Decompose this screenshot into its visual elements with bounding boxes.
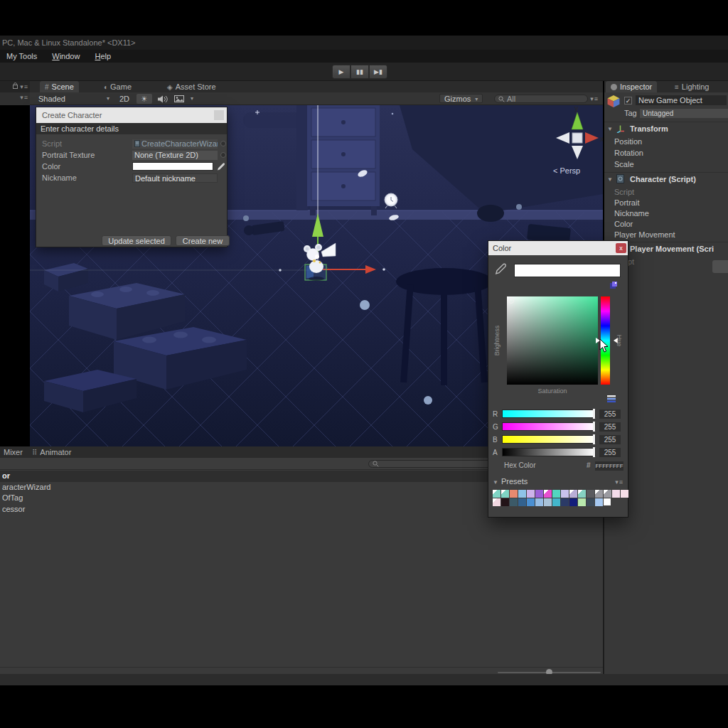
character-player-movement-row[interactable]: Player Movement [614, 230, 675, 239]
character-script-title[interactable]: Character (Script) [630, 175, 696, 183]
foldout-icon[interactable]: ▼ [493, 479, 498, 486]
character-portrait-row[interactable]: Portrait [614, 198, 639, 207]
color-cycle-icon[interactable] [609, 281, 618, 289]
foldout-icon[interactable]: ▼ [607, 176, 613, 183]
dresser[interactable] [296, 105, 380, 215]
create-new-button[interactable]: Create new [176, 235, 230, 246]
preset-swatch[interactable] [535, 498, 543, 506]
preset-swatch[interactable] [493, 490, 500, 498]
lighting-toggle[interactable]: ☀ [136, 94, 152, 104]
preset-swatch[interactable] [569, 498, 577, 506]
inspector-side-button[interactable] [712, 260, 728, 273]
menu-window[interactable]: Window [46, 50, 86, 63]
preset-swatch[interactable] [527, 498, 535, 506]
object-picker-icon[interactable] [220, 141, 226, 146]
panel-menu-icon[interactable]: ▾≡ [20, 94, 28, 101]
channel-slider[interactable] [502, 435, 596, 444]
preset-swatch[interactable] [501, 498, 509, 506]
transform-section-title[interactable]: Transform [630, 124, 668, 133]
preset-swatch[interactable] [621, 490, 628, 498]
preset-swatch[interactable] [561, 490, 569, 498]
channel-slider-handle[interactable] [593, 447, 595, 457]
character-color-row[interactable]: Color [614, 220, 633, 228]
channel-value-field[interactable]: 255 [599, 435, 621, 444]
slider-mode-icon[interactable] [606, 395, 616, 403]
preset-swatch[interactable] [518, 498, 526, 506]
preset-swatch[interactable] [595, 498, 603, 506]
channel-slider-handle[interactable] [593, 409, 595, 419]
effects-dropdown[interactable]: ▾ [172, 94, 193, 104]
play-button[interactable]: ▶ [332, 65, 350, 79]
color-preview-field[interactable] [514, 264, 621, 277]
nickname-input[interactable]: Default nickname [132, 173, 218, 183]
channel-slider[interactable] [502, 422, 596, 431]
update-selected-button[interactable]: Update selected [102, 235, 171, 246]
color-window-close-button[interactable]: x [616, 243, 626, 253]
presets-label[interactable]: Presets [501, 477, 528, 486]
sv-selection-marker[interactable] [508, 298, 514, 304]
preset-swatch[interactable] [587, 498, 594, 506]
preset-swatch[interactable] [510, 490, 518, 498]
persp-label[interactable]: < Persp [553, 166, 580, 175]
wizard-close-button[interactable] [214, 110, 224, 120]
foldout-icon[interactable]: ▼ [607, 126, 613, 132]
tab-scene[interactable]: #Scene [40, 81, 79, 92]
channel-slider-handle[interactable] [593, 434, 595, 444]
preset-swatch[interactable] [569, 490, 577, 498]
object-picker-icon[interactable] [220, 152, 226, 158]
panel-menu-icon[interactable]: ▾≡ [590, 95, 599, 102]
preset-swatch[interactable] [612, 490, 620, 498]
preset-swatch[interactable] [535, 490, 543, 498]
saturation-brightness-box[interactable] [507, 296, 598, 385]
wizard-titlebar[interactable]: Create Character [36, 107, 227, 123]
preset-swatch[interactable] [595, 490, 603, 498]
2d-toggle[interactable]: 2D [115, 94, 134, 104]
eyedropper-icon[interactable] [216, 162, 225, 171]
channel-slider[interactable] [502, 410, 596, 418]
preset-swatch[interactable] [604, 499, 610, 505]
channel-slider-handle[interactable] [593, 422, 595, 432]
tag-dropdown[interactable]: Untagged [640, 109, 728, 118]
menu-help[interactable]: Help [88, 50, 117, 63]
transform-scale-row[interactable]: Scale [614, 160, 634, 168]
preset-swatch[interactable] [578, 490, 586, 498]
transform-position-row[interactable]: Position [614, 137, 642, 146]
tab-mixer[interactable]: Mixer [0, 446, 24, 458]
player-movement-script-title[interactable]: Player Movement (Scri [630, 245, 714, 253]
preset-swatch[interactable] [552, 490, 560, 498]
step-button[interactable]: ▶▮ [369, 65, 387, 79]
preset-swatch[interactable] [510, 498, 518, 506]
preset-swatch[interactable] [527, 490, 535, 498]
transform-rotation-row[interactable]: Rotation [614, 149, 643, 157]
panel-menu-icon[interactable]: ▾≡ [20, 83, 28, 90]
preset-swatch[interactable] [544, 498, 552, 506]
preset-swatch[interactable] [518, 490, 526, 498]
character-nickname-row[interactable]: Nickname [614, 209, 649, 218]
tab-game[interactable]: ◖Game [98, 81, 136, 92]
preset-swatch[interactable] [493, 498, 500, 506]
portrait-texture-field[interactable]: None (Texture 2D) [132, 151, 218, 160]
channel-value-field[interactable]: 255 [599, 410, 621, 419]
object-name-field[interactable]: New Game Object [636, 95, 727, 105]
pause-button[interactable]: ▮▮ [350, 65, 369, 79]
channel-value-field[interactable]: 255 [599, 448, 621, 457]
presets-menu-icon[interactable]: ▾≡ [615, 478, 623, 486]
gizmos-dropdown[interactable]: Gizmos▾ [439, 94, 483, 103]
menu-my-tools[interactable]: My Tools [0, 50, 43, 63]
preset-swatch[interactable] [604, 490, 611, 498]
color-window-titlebar[interactable]: Color x [488, 241, 628, 255]
tab-asset-store[interactable]: ◈Asset Store [162, 81, 221, 92]
tab-inspector[interactable]: Inspector [606, 81, 657, 92]
eyedropper-icon[interactable] [493, 262, 508, 276]
tab-animator[interactable]: ⠿Animator [27, 446, 76, 458]
scene-search-input[interactable]: All [494, 95, 588, 103]
draw-mode-dropdown[interactable]: Shaded▾ [36, 94, 109, 104]
preset-swatch[interactable] [501, 490, 509, 498]
audio-toggle[interactable] [155, 94, 169, 104]
preset-swatch[interactable] [561, 498, 569, 506]
channel-value-field[interactable]: 255 [599, 422, 621, 432]
tab-lighting[interactable]: ≡Lighting [670, 81, 714, 92]
hex-color-input[interactable]: FFFFFFFF [595, 461, 623, 471]
preset-swatch[interactable] [587, 490, 594, 498]
active-checkbox[interactable]: ✓ [624, 97, 632, 105]
